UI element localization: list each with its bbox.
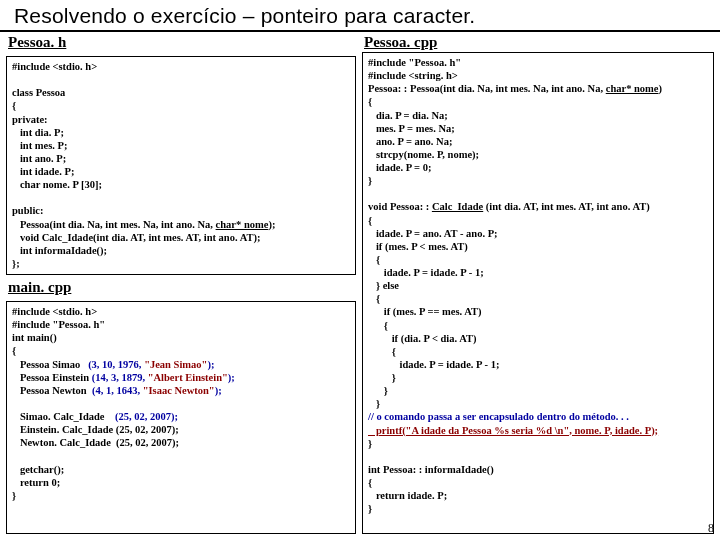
right-column: Pessoa. cpp #include "Pessoa. h" #includ…: [360, 32, 720, 538]
code-pessoa-cpp: #include "Pessoa. h" #include <string. h…: [362, 52, 714, 534]
code-pessoa-h: #include <stdio. h> class Pessoa { priva…: [6, 56, 356, 275]
page-number: 8: [708, 521, 714, 536]
label-pessoa-cpp: Pessoa. cpp: [362, 34, 714, 52]
label-main-cpp: main. cpp: [6, 279, 356, 297]
slide-title: Resolvendo o exercício – ponteiro para c…: [0, 0, 720, 32]
left-column: Pessoa. h #include <stdio. h> class Pess…: [0, 32, 360, 538]
content-columns: Pessoa. h #include <stdio. h> class Pess…: [0, 32, 720, 538]
label-pessoa-h: Pessoa. h: [6, 34, 356, 52]
code-main-cpp: #include <stdio. h> #include "Pessoa. h"…: [6, 301, 356, 534]
